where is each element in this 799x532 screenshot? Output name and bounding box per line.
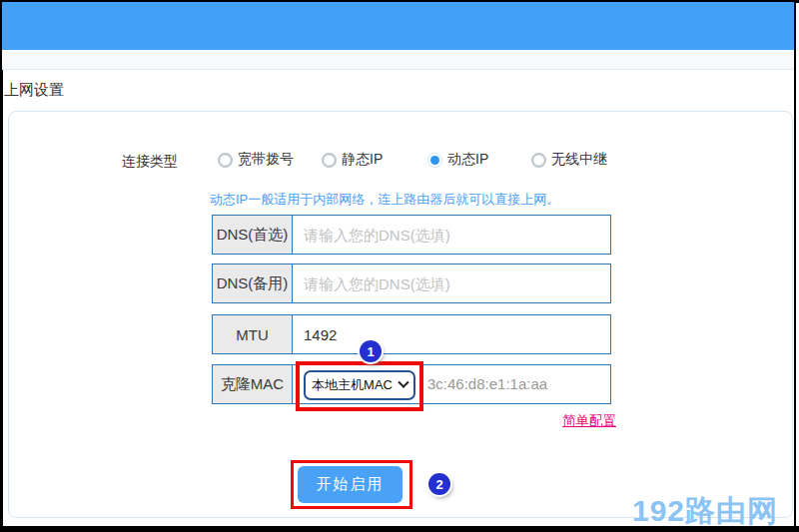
radio-icon[interactable]: [531, 153, 546, 168]
mac-address-value: 3c:46:d8:e1:1a:aa: [427, 375, 547, 392]
radio-label: 宽带拨号: [238, 151, 294, 169]
annotation-rect-select: [296, 361, 423, 411]
mtu-value-cell: [293, 315, 610, 353]
radio-selected-icon[interactable]: [427, 153, 442, 168]
dns-secondary-row: DNS(备用): [212, 264, 611, 303]
radio-icon[interactable]: [218, 153, 233, 168]
header-bar: [2, 2, 794, 50]
radio-static-ip[interactable]: 静态IP: [322, 151, 383, 169]
step-2-badge: 2: [428, 473, 450, 495]
mtu-label: MTU: [213, 315, 293, 353]
radio-dynamic-ip[interactable]: 动态IP: [427, 151, 488, 169]
radio-label: 静态IP: [342, 151, 383, 169]
frame-border-left: [0, 0, 3, 532]
radio-icon[interactable]: [322, 153, 337, 168]
subheader-strip: [2, 50, 794, 70]
dns-primary-input[interactable]: [293, 216, 610, 254]
radio-wireless-relay[interactable]: 无线中继: [531, 151, 607, 169]
step-1-badge: 1: [360, 340, 382, 362]
radio-label: 动态IP: [447, 151, 488, 169]
frame-border-right: [794, 0, 796, 532]
dynamic-ip-hint: 动态IP一般适用于内部网络，连上路由器后就可以直接上网。: [210, 191, 559, 209]
page-title: 上网设置: [4, 81, 64, 100]
dns-secondary-value-cell: [293, 265, 610, 302]
connection-type-label: 连接类型: [122, 153, 178, 171]
radio-label: 无线中继: [551, 151, 607, 169]
watermark-192luyu: 192路由网: [632, 491, 778, 532]
dns-primary-value-cell: [293, 216, 610, 254]
dns-secondary-label: DNS(备用): [213, 265, 293, 302]
mtu-row: MTU: [212, 314, 611, 354]
dns-primary-label: DNS(首选): [213, 216, 293, 254]
clone-mac-label: 克隆MAC: [213, 365, 293, 403]
dns-primary-row: DNS(首选): [212, 215, 611, 255]
annotation-rect-button: [291, 460, 412, 509]
radio-broadband-dial[interactable]: 宽带拨号: [218, 151, 294, 169]
simple-config-link[interactable]: 简单配置: [562, 412, 616, 430]
mtu-input[interactable]: [293, 315, 610, 353]
dns-secondary-input[interactable]: [293, 265, 610, 302]
